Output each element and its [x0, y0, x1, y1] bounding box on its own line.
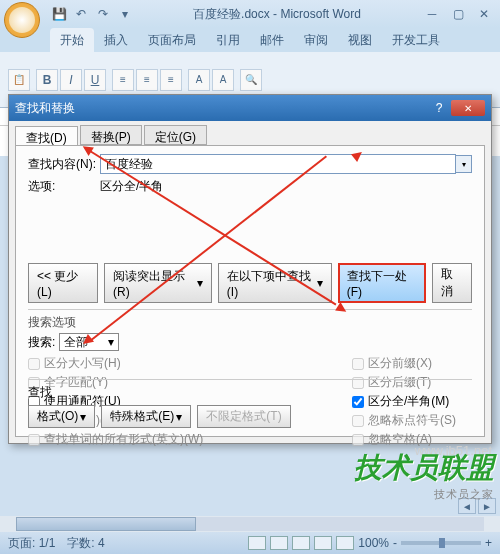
dialog-tabs: 查找(D) 替换(P) 定位(G): [9, 121, 491, 145]
chevron-down-icon: ▾: [317, 276, 323, 290]
format-button[interactable]: 格式(O)▾: [28, 405, 95, 428]
redo-icon[interactable]: ↷: [94, 5, 112, 23]
zoom-level[interactable]: 100%: [358, 536, 389, 550]
ribbon-tabs: 开始 插入 页面布局 引用 邮件 审阅 视图 开发工具: [0, 28, 500, 52]
checkbox-option[interactable]: 区分前缀(X): [352, 355, 472, 372]
special-format-button[interactable]: 特殊格式(E)▾: [101, 405, 191, 428]
underline-icon[interactable]: U: [84, 69, 106, 91]
cancel-button[interactable]: 取消: [432, 263, 472, 303]
options-label: 选项:: [28, 178, 100, 195]
chevron-down-icon: ▾: [80, 410, 86, 424]
ribbon-tab-developer[interactable]: 开发工具: [382, 28, 450, 52]
less-button[interactable]: << 更少(L): [28, 263, 98, 303]
checkbox-label: 区分前缀(X): [368, 355, 432, 372]
ribbon-tab-home[interactable]: 开始: [50, 28, 94, 52]
checkbox-label: 区分大小写(H): [44, 355, 121, 372]
save-icon[interactable]: 💾: [50, 5, 68, 23]
quick-access-toolbar: 💾 ↶ ↷ ▾: [50, 5, 134, 23]
ribbon-tab-layout[interactable]: 页面布局: [138, 28, 206, 52]
find-icon[interactable]: 🔍: [240, 69, 262, 91]
checkbox-option[interactable]: 区分大小写(H): [28, 355, 352, 372]
chevron-down-icon: ▾: [197, 276, 203, 290]
dialog-title-bar[interactable]: 查找和替换 ? ✕: [9, 95, 491, 121]
checkbox-input[interactable]: [28, 358, 40, 370]
view-draft[interactable]: [336, 536, 354, 550]
find-in-button[interactable]: 在以下项中查找(I)▾: [218, 263, 332, 303]
ribbon-tab-insert[interactable]: 插入: [94, 28, 138, 52]
find-section-header: 查找: [28, 379, 472, 401]
zoom-in-button[interactable]: +: [485, 536, 492, 550]
tab-find[interactable]: 查找(D): [15, 126, 78, 146]
checkbox-label: 查找单词的所有形式(英文)(W): [44, 431, 203, 448]
align-icon[interactable]: ≡: [160, 69, 182, 91]
status-bar: 页面: 1/1 字数: 4 100% - +: [0, 532, 500, 554]
chevron-down-icon: ▾: [108, 335, 114, 349]
italic-icon[interactable]: I: [60, 69, 82, 91]
tab-goto[interactable]: 定位(G): [144, 125, 207, 145]
ribbon-tab-review[interactable]: 审阅: [294, 28, 338, 52]
search-options-header: 搜索选项: [28, 309, 472, 331]
checkbox-input[interactable]: [352, 434, 364, 446]
bold-icon[interactable]: B: [36, 69, 58, 91]
watermark: 技术员联盟 技术员之家: [354, 449, 494, 502]
ribbon-tab-view[interactable]: 视图: [338, 28, 382, 52]
checkbox-input[interactable]: [352, 358, 364, 370]
style-icon[interactable]: A: [188, 69, 210, 91]
dialog-close-button[interactable]: ✕: [451, 100, 485, 116]
maximize-button[interactable]: ▢: [446, 5, 470, 23]
checkbox-option[interactable]: 查找单词的所有形式(英文)(W): [28, 431, 352, 448]
close-window-button[interactable]: ✕: [472, 5, 496, 23]
view-outline[interactable]: [314, 536, 332, 550]
office-button[interactable]: [4, 2, 40, 38]
zoom-slider[interactable]: [401, 541, 481, 545]
zoom-out-button[interactable]: -: [393, 536, 397, 550]
numbering-icon[interactable]: ≡: [136, 69, 158, 91]
no-format-button[interactable]: 不限定格式(T): [197, 405, 290, 428]
dialog-title: 查找和替换: [15, 100, 429, 117]
undo-icon[interactable]: ↶: [72, 5, 90, 23]
ribbon-tab-references[interactable]: 引用: [206, 28, 250, 52]
minimize-button[interactable]: ─: [420, 5, 444, 23]
scrollbar-thumb[interactable]: [16, 517, 196, 531]
find-content-input[interactable]: 百度经验: [100, 154, 456, 174]
find-content-label: 查找内容(N):: [28, 156, 100, 173]
reading-highlight-button[interactable]: 阅读突出显示(R)▾: [104, 263, 212, 303]
find-history-dropdown[interactable]: ▾: [456, 155, 472, 173]
view-print-layout[interactable]: [248, 536, 266, 550]
title-bar: 💾 ↶ ↷ ▾ 百度经验.docx - Microsoft Word ─ ▢ ✕: [0, 0, 500, 28]
view-full-screen[interactable]: [270, 536, 288, 550]
style-icon-2[interactable]: A: [212, 69, 234, 91]
find-replace-dialog: 查找和替换 ? ✕ 查找(D) 替换(P) 定位(G) 查找内容(N): 百度经…: [8, 94, 492, 444]
paste-icon[interactable]: 📋: [8, 69, 30, 91]
qat-dropdown-icon[interactable]: ▾: [116, 5, 134, 23]
chevron-down-icon: ▾: [176, 410, 182, 424]
window-title: 百度经验.docx - Microsoft Word: [134, 6, 420, 23]
status-page[interactable]: 页面: 1/1: [8, 535, 55, 552]
status-words[interactable]: 字数: 4: [67, 535, 104, 552]
checkbox-input[interactable]: [28, 434, 40, 446]
find-next-button[interactable]: 查找下一处(F): [338, 263, 426, 303]
dialog-help-button[interactable]: ?: [429, 100, 449, 116]
ribbon-tab-mailings[interactable]: 邮件: [250, 28, 294, 52]
search-direction-label: 搜索:: [28, 334, 55, 351]
horizontal-scrollbar[interactable]: [0, 516, 500, 532]
view-web[interactable]: [292, 536, 310, 550]
bullets-icon[interactable]: ≡: [112, 69, 134, 91]
tab-replace[interactable]: 替换(P): [80, 125, 142, 145]
